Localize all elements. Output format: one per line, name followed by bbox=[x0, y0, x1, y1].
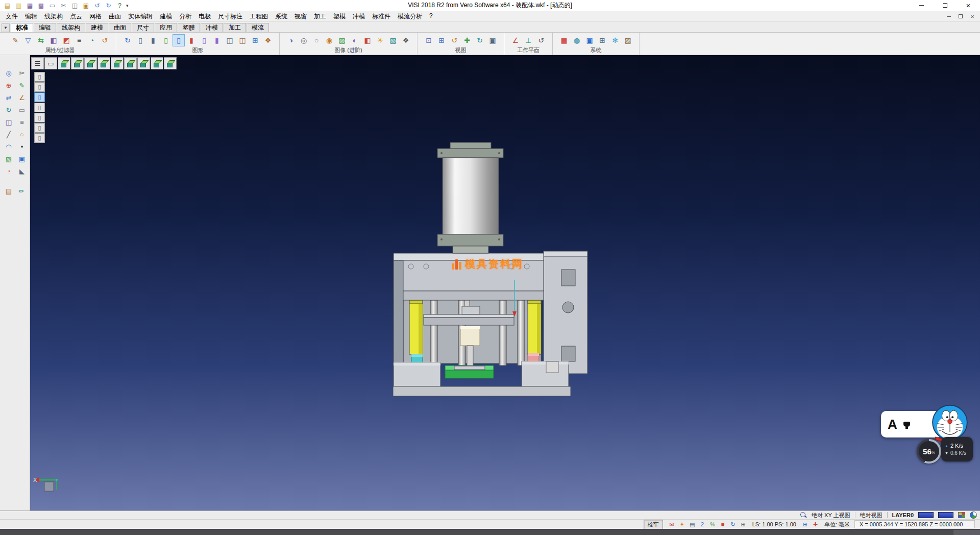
copy-icon[interactable]: ◫ bbox=[70, 1, 80, 10]
layer-manager-icon[interactable]: ◧ bbox=[47, 34, 60, 46]
show-entity-icon[interactable]: ▯ bbox=[160, 34, 172, 46]
wireframe-mode-icon[interactable]: ◎ bbox=[298, 34, 310, 46]
unblank-entity-icon[interactable]: ▮ bbox=[211, 34, 223, 46]
right-view-icon[interactable] bbox=[151, 57, 163, 69]
draft-analysis-icon[interactable]: ▨ bbox=[622, 34, 634, 46]
zoom-previous-icon[interactable]: ↺ bbox=[448, 34, 460, 46]
viewport-single-icon[interactable]: ▭ bbox=[44, 57, 57, 69]
section-view-icon[interactable]: ◧ bbox=[361, 34, 374, 46]
zoom-fit-icon[interactable]: ⊡ bbox=[423, 34, 435, 46]
point-icon[interactable]: • bbox=[16, 141, 28, 153]
measure-icon[interactable]: ∠ bbox=[16, 92, 28, 104]
line-color-swatch[interactable] bbox=[938, 512, 953, 518]
side-tool-icon[interactable]: ▯ bbox=[34, 82, 45, 92]
side-tool-icon[interactable]: ▯ bbox=[34, 72, 45, 82]
circle-icon[interactable]: ○ bbox=[16, 129, 28, 140]
doc-minimize-button[interactable] bbox=[944, 12, 954, 20]
entity-info-icon[interactable]: ◔ bbox=[86, 34, 98, 46]
help-icon[interactable]: ? bbox=[115, 1, 125, 10]
color-mode-icon[interactable] bbox=[958, 512, 965, 518]
shaded-mode-icon[interactable]: ◑ bbox=[285, 34, 297, 46]
axonometric-view-icon[interactable] bbox=[164, 57, 177, 69]
side-tool-icon[interactable]: ▯ bbox=[34, 113, 45, 123]
search-icon[interactable] bbox=[800, 512, 807, 519]
side-tool-icon[interactable]: ▯ bbox=[34, 133, 45, 143]
solid-icon[interactable]: ▣ bbox=[16, 153, 28, 165]
grid-settings-icon[interactable]: ⊞ bbox=[596, 34, 608, 46]
hide-all-icon[interactable]: ▮ bbox=[147, 34, 159, 46]
side-tool-icon[interactable]: ▯ bbox=[34, 123, 45, 133]
hide-entity-icon[interactable]: ▮ bbox=[185, 34, 198, 46]
close-button[interactable]: × bbox=[957, 0, 980, 11]
trim-icon[interactable]: ✂ bbox=[16, 67, 28, 79]
save-all-icon[interactable]: ▩ bbox=[36, 1, 46, 10]
annotate-icon[interactable]: ✏ bbox=[15, 185, 28, 197]
axis-toggle-icon[interactable]: ✚ bbox=[811, 520, 820, 528]
iso-view-icon[interactable] bbox=[58, 57, 70, 69]
lighting-icon[interactable]: ☀ bbox=[374, 34, 386, 46]
texture-mode-icon[interactable]: ▨ bbox=[336, 34, 348, 46]
open-file-icon[interactable]: ▥ bbox=[14, 1, 23, 10]
chamfer-icon[interactable]: ◣ bbox=[16, 165, 28, 177]
offset-icon[interactable]: ≡ bbox=[16, 116, 28, 128]
doc-restore-button[interactable] bbox=[955, 12, 966, 20]
blank-entity-icon[interactable]: ▯ bbox=[198, 34, 210, 46]
save-icon[interactable]: ▦ bbox=[25, 1, 35, 10]
top-view-icon[interactable] bbox=[84, 57, 97, 69]
help-badge-icon[interactable]: 2 bbox=[698, 520, 707, 528]
render-mode-icon[interactable]: ◉ bbox=[323, 34, 335, 46]
surface-icon[interactable]: ▧ bbox=[3, 153, 15, 165]
color-picker-icon[interactable]: ◩ bbox=[60, 34, 72, 46]
printer-icon[interactable]: ▤ bbox=[688, 520, 697, 528]
view-reference-label[interactable]: 绝对视图 bbox=[860, 512, 883, 519]
undo-icon[interactable]: ↺ bbox=[92, 1, 102, 10]
line-icon[interactable]: ╱ bbox=[3, 129, 15, 140]
rotate-view-icon[interactable]: ↻ bbox=[474, 34, 486, 46]
paste-icon[interactable]: ▣ bbox=[81, 1, 91, 10]
grid-icon[interactable]: ⊞ bbox=[801, 520, 810, 528]
zoom-icon[interactable]: ◎ bbox=[3, 67, 15, 79]
active-layer-label[interactable]: LAYER0 bbox=[892, 512, 914, 518]
workplane-align-icon[interactable]: ∠ bbox=[509, 34, 522, 46]
minimize-button[interactable] bbox=[910, 0, 933, 11]
new-file-icon[interactable]: ▤ bbox=[3, 1, 12, 10]
linetype-icon[interactable]: ≡ bbox=[73, 34, 85, 46]
redraw-icon[interactable]: ↻ bbox=[121, 34, 134, 46]
red-cube-icon[interactable]: ■ bbox=[719, 520, 727, 528]
hidden-line-mode-icon[interactable]: ○ bbox=[310, 34, 323, 46]
reset-filter-icon[interactable]: ↺ bbox=[99, 34, 111, 46]
group-display-icon[interactable]: ⊞ bbox=[249, 34, 261, 46]
monitor-icon[interactable]: ▣ bbox=[583, 34, 596, 46]
side-tool-icon[interactable]: ▯ bbox=[34, 92, 45, 102]
attribute-paint-icon[interactable]: ✎ bbox=[9, 34, 21, 46]
iso-back-view-icon[interactable] bbox=[71, 57, 84, 69]
advanced-display-icon[interactable]: ❖ bbox=[400, 34, 412, 46]
print-icon[interactable]: ▭ bbox=[47, 1, 57, 10]
percent-gauge[interactable]: 56 % bbox=[917, 439, 941, 464]
color-table-icon[interactable]: ▦ bbox=[558, 34, 570, 46]
snap-lock-toggle[interactable]: 栓牢 bbox=[644, 520, 663, 529]
view-menu-icon[interactable]: ☰ bbox=[31, 57, 44, 69]
view-options-icon[interactable]: ▣ bbox=[486, 34, 499, 46]
pan-icon[interactable]: ✚ bbox=[461, 34, 473, 46]
hide-by-layer-icon[interactable]: ◫ bbox=[236, 34, 249, 46]
layer-color-swatch[interactable] bbox=[918, 512, 934, 518]
percent-icon[interactable]: % bbox=[708, 520, 717, 528]
show-all-icon[interactable]: ▯ bbox=[134, 34, 146, 46]
sync-icon[interactable]: ↻ bbox=[729, 520, 738, 528]
isolate-entity-icon[interactable]: ▯ bbox=[173, 34, 185, 46]
display-settings-icon[interactable]: ❖ bbox=[262, 34, 274, 46]
view-orientation-label[interactable]: 绝对 XY 上视图 bbox=[812, 512, 850, 519]
mirror-icon[interactable]: ◫ bbox=[3, 116, 15, 128]
layer-panel-icon[interactable]: ▤ bbox=[3, 185, 15, 197]
zoom-window-icon[interactable]: ⊞ bbox=[435, 34, 448, 46]
globe-icon[interactable]: ◍ bbox=[571, 34, 583, 46]
background-icon[interactable]: ▧ bbox=[387, 34, 399, 46]
move-icon[interactable]: ⇄ bbox=[3, 92, 15, 104]
side-tool-icon[interactable]: ▯ bbox=[34, 103, 45, 112]
redo-icon[interactable]: ↻ bbox=[104, 1, 113, 10]
bottom-view-icon[interactable] bbox=[97, 57, 110, 69]
3d-viewport[interactable]: ☰▭ ▯▯▯▯▯▯▯ bbox=[30, 55, 980, 510]
doc-close-button[interactable]: × bbox=[967, 12, 977, 20]
left-view-icon[interactable] bbox=[137, 57, 150, 69]
